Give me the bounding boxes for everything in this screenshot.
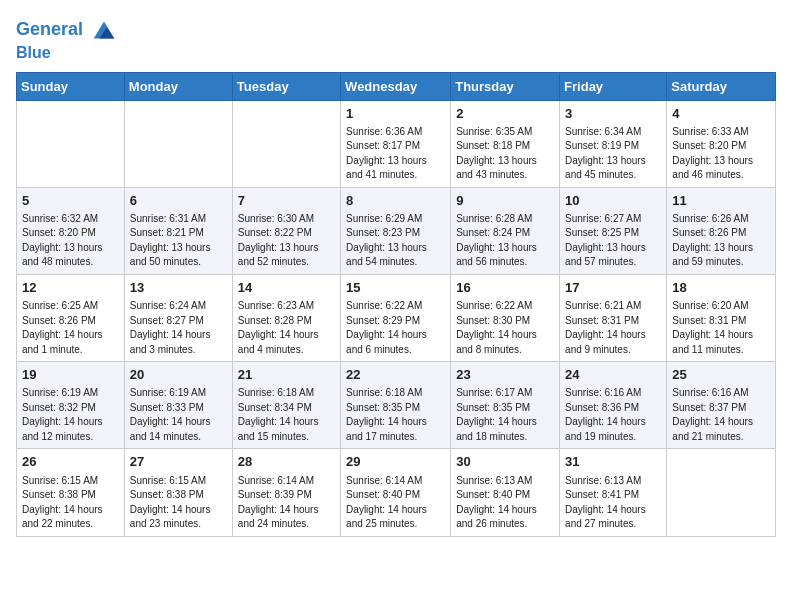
day-number: 28	[238, 453, 335, 471]
day-info: Sunrise: 6:14 AMSunset: 8:39 PMDaylight:…	[238, 474, 335, 532]
calendar-day-10: 10Sunrise: 6:27 AMSunset: 8:25 PMDayligh…	[560, 187, 667, 274]
calendar-day-16: 16Sunrise: 6:22 AMSunset: 8:30 PMDayligh…	[451, 274, 560, 361]
day-number: 21	[238, 366, 335, 384]
calendar-day-20: 20Sunrise: 6:19 AMSunset: 8:33 PMDayligh…	[124, 362, 232, 449]
calendar-day-11: 11Sunrise: 6:26 AMSunset: 8:26 PMDayligh…	[667, 187, 776, 274]
day-info: Sunrise: 6:25 AMSunset: 8:26 PMDaylight:…	[22, 299, 119, 357]
day-info: Sunrise: 6:22 AMSunset: 8:29 PMDaylight:…	[346, 299, 445, 357]
day-number: 3	[565, 105, 661, 123]
calendar-week-row: 12Sunrise: 6:25 AMSunset: 8:26 PMDayligh…	[17, 274, 776, 361]
calendar-empty-cell	[124, 100, 232, 187]
calendar-week-row: 1Sunrise: 6:36 AMSunset: 8:17 PMDaylight…	[17, 100, 776, 187]
weekday-header-wednesday: Wednesday	[341, 72, 451, 100]
calendar-day-27: 27Sunrise: 6:15 AMSunset: 8:38 PMDayligh…	[124, 449, 232, 536]
day-number: 9	[456, 192, 554, 210]
day-info: Sunrise: 6:23 AMSunset: 8:28 PMDaylight:…	[238, 299, 335, 357]
logo: General Blue	[16, 16, 118, 62]
calendar-day-12: 12Sunrise: 6:25 AMSunset: 8:26 PMDayligh…	[17, 274, 125, 361]
day-info: Sunrise: 6:33 AMSunset: 8:20 PMDaylight:…	[672, 125, 770, 183]
day-number: 26	[22, 453, 119, 471]
calendar-day-2: 2Sunrise: 6:35 AMSunset: 8:18 PMDaylight…	[451, 100, 560, 187]
calendar-table: SundayMondayTuesdayWednesdayThursdayFrid…	[16, 72, 776, 537]
day-number: 17	[565, 279, 661, 297]
day-number: 27	[130, 453, 227, 471]
calendar-day-8: 8Sunrise: 6:29 AMSunset: 8:23 PMDaylight…	[341, 187, 451, 274]
day-info: Sunrise: 6:19 AMSunset: 8:33 PMDaylight:…	[130, 386, 227, 444]
logo-blue: Blue	[16, 44, 118, 62]
weekday-header-friday: Friday	[560, 72, 667, 100]
day-number: 4	[672, 105, 770, 123]
day-info: Sunrise: 6:14 AMSunset: 8:40 PMDaylight:…	[346, 474, 445, 532]
day-info: Sunrise: 6:34 AMSunset: 8:19 PMDaylight:…	[565, 125, 661, 183]
day-info: Sunrise: 6:19 AMSunset: 8:32 PMDaylight:…	[22, 386, 119, 444]
calendar-day-30: 30Sunrise: 6:13 AMSunset: 8:40 PMDayligh…	[451, 449, 560, 536]
calendar-day-17: 17Sunrise: 6:21 AMSunset: 8:31 PMDayligh…	[560, 274, 667, 361]
calendar-day-23: 23Sunrise: 6:17 AMSunset: 8:35 PMDayligh…	[451, 362, 560, 449]
calendar-day-1: 1Sunrise: 6:36 AMSunset: 8:17 PMDaylight…	[341, 100, 451, 187]
weekday-header-tuesday: Tuesday	[232, 72, 340, 100]
day-info: Sunrise: 6:15 AMSunset: 8:38 PMDaylight:…	[22, 474, 119, 532]
day-number: 29	[346, 453, 445, 471]
calendar-day-24: 24Sunrise: 6:16 AMSunset: 8:36 PMDayligh…	[560, 362, 667, 449]
calendar-day-31: 31Sunrise: 6:13 AMSunset: 8:41 PMDayligh…	[560, 449, 667, 536]
day-info: Sunrise: 6:18 AMSunset: 8:34 PMDaylight:…	[238, 386, 335, 444]
calendar-empty-cell	[232, 100, 340, 187]
weekday-header-monday: Monday	[124, 72, 232, 100]
calendar-header-row: SundayMondayTuesdayWednesdayThursdayFrid…	[17, 72, 776, 100]
day-info: Sunrise: 6:30 AMSunset: 8:22 PMDaylight:…	[238, 212, 335, 270]
calendar-day-19: 19Sunrise: 6:19 AMSunset: 8:32 PMDayligh…	[17, 362, 125, 449]
day-number: 25	[672, 366, 770, 384]
calendar-day-15: 15Sunrise: 6:22 AMSunset: 8:29 PMDayligh…	[341, 274, 451, 361]
calendar-empty-cell	[667, 449, 776, 536]
calendar-day-25: 25Sunrise: 6:16 AMSunset: 8:37 PMDayligh…	[667, 362, 776, 449]
calendar-day-28: 28Sunrise: 6:14 AMSunset: 8:39 PMDayligh…	[232, 449, 340, 536]
day-info: Sunrise: 6:36 AMSunset: 8:17 PMDaylight:…	[346, 125, 445, 183]
weekday-header-sunday: Sunday	[17, 72, 125, 100]
day-number: 18	[672, 279, 770, 297]
calendar-day-26: 26Sunrise: 6:15 AMSunset: 8:38 PMDayligh…	[17, 449, 125, 536]
calendar-day-5: 5Sunrise: 6:32 AMSunset: 8:20 PMDaylight…	[17, 187, 125, 274]
logo-text: General	[16, 16, 118, 44]
day-info: Sunrise: 6:16 AMSunset: 8:37 PMDaylight:…	[672, 386, 770, 444]
day-info: Sunrise: 6:35 AMSunset: 8:18 PMDaylight:…	[456, 125, 554, 183]
day-info: Sunrise: 6:28 AMSunset: 8:24 PMDaylight:…	[456, 212, 554, 270]
day-info: Sunrise: 6:29 AMSunset: 8:23 PMDaylight:…	[346, 212, 445, 270]
calendar-week-row: 26Sunrise: 6:15 AMSunset: 8:38 PMDayligh…	[17, 449, 776, 536]
day-number: 19	[22, 366, 119, 384]
day-number: 5	[22, 192, 119, 210]
calendar-week-row: 19Sunrise: 6:19 AMSunset: 8:32 PMDayligh…	[17, 362, 776, 449]
calendar-day-13: 13Sunrise: 6:24 AMSunset: 8:27 PMDayligh…	[124, 274, 232, 361]
day-number: 1	[346, 105, 445, 123]
day-number: 30	[456, 453, 554, 471]
day-info: Sunrise: 6:16 AMSunset: 8:36 PMDaylight:…	[565, 386, 661, 444]
day-info: Sunrise: 6:24 AMSunset: 8:27 PMDaylight:…	[130, 299, 227, 357]
calendar-day-21: 21Sunrise: 6:18 AMSunset: 8:34 PMDayligh…	[232, 362, 340, 449]
day-number: 11	[672, 192, 770, 210]
day-info: Sunrise: 6:27 AMSunset: 8:25 PMDaylight:…	[565, 212, 661, 270]
day-number: 6	[130, 192, 227, 210]
calendar-day-14: 14Sunrise: 6:23 AMSunset: 8:28 PMDayligh…	[232, 274, 340, 361]
day-number: 7	[238, 192, 335, 210]
calendar-day-3: 3Sunrise: 6:34 AMSunset: 8:19 PMDaylight…	[560, 100, 667, 187]
day-number: 15	[346, 279, 445, 297]
weekday-header-thursday: Thursday	[451, 72, 560, 100]
day-info: Sunrise: 6:20 AMSunset: 8:31 PMDaylight:…	[672, 299, 770, 357]
day-number: 2	[456, 105, 554, 123]
day-number: 22	[346, 366, 445, 384]
page-header: General Blue	[16, 16, 776, 62]
calendar-day-18: 18Sunrise: 6:20 AMSunset: 8:31 PMDayligh…	[667, 274, 776, 361]
calendar-day-22: 22Sunrise: 6:18 AMSunset: 8:35 PMDayligh…	[341, 362, 451, 449]
day-info: Sunrise: 6:13 AMSunset: 8:40 PMDaylight:…	[456, 474, 554, 532]
day-info: Sunrise: 6:31 AMSunset: 8:21 PMDaylight:…	[130, 212, 227, 270]
day-info: Sunrise: 6:21 AMSunset: 8:31 PMDaylight:…	[565, 299, 661, 357]
calendar-week-row: 5Sunrise: 6:32 AMSunset: 8:20 PMDaylight…	[17, 187, 776, 274]
calendar-day-7: 7Sunrise: 6:30 AMSunset: 8:22 PMDaylight…	[232, 187, 340, 274]
calendar-day-29: 29Sunrise: 6:14 AMSunset: 8:40 PMDayligh…	[341, 449, 451, 536]
day-info: Sunrise: 6:32 AMSunset: 8:20 PMDaylight:…	[22, 212, 119, 270]
day-number: 20	[130, 366, 227, 384]
day-number: 14	[238, 279, 335, 297]
day-info: Sunrise: 6:13 AMSunset: 8:41 PMDaylight:…	[565, 474, 661, 532]
day-number: 8	[346, 192, 445, 210]
day-number: 23	[456, 366, 554, 384]
day-number: 31	[565, 453, 661, 471]
